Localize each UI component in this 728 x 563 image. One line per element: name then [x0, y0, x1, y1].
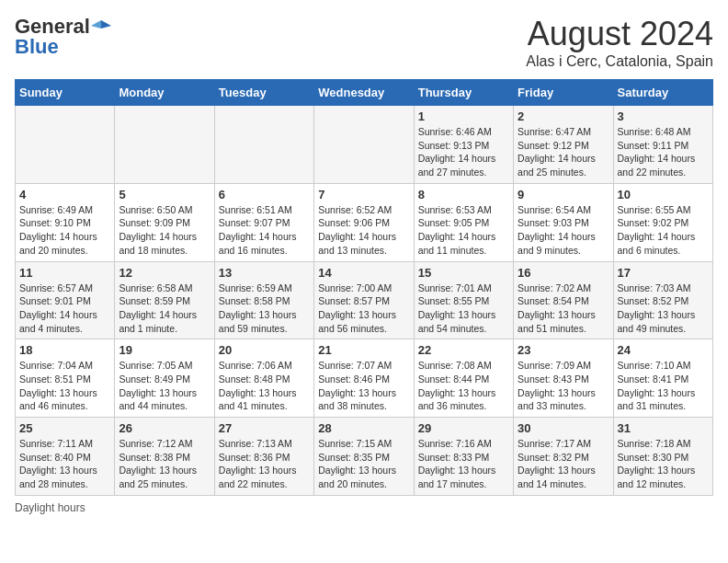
- day-number: 5: [119, 188, 210, 201]
- day-number: 25: [19, 421, 110, 435]
- day-info: Sunrise: 6:52 AM Sunset: 9:06 PM Dayligh…: [318, 203, 409, 258]
- calendar-cell: 13Sunrise: 6:59 AM Sunset: 8:58 PM Dayli…: [214, 261, 313, 339]
- day-number: 18: [19, 343, 110, 357]
- day-info: Sunrise: 7:03 AM Sunset: 8:52 PM Dayligh…: [618, 282, 709, 336]
- calendar-cell: 11Sunrise: 6:57 AM Sunset: 9:01 PM Dayli…: [16, 261, 115, 339]
- location-title: Alas i Cerc, Catalonia, Spain: [526, 53, 713, 70]
- footer-note: Daylight hours: [15, 501, 713, 514]
- calendar-cell: [16, 106, 115, 184]
- day-info: Sunrise: 6:49 AM Sunset: 9:10 PM Dayligh…: [19, 203, 110, 258]
- day-info: Sunrise: 7:08 AM Sunset: 8:44 PM Dayligh…: [418, 359, 509, 413]
- day-number: 13: [219, 266, 310, 280]
- logo: General Blue: [15, 15, 111, 59]
- day-number: 1: [418, 109, 509, 123]
- svg-marker-1: [91, 20, 101, 29]
- calendar-cell: 29Sunrise: 7:16 AM Sunset: 8:33 PM Dayli…: [414, 418, 513, 496]
- day-number: 28: [318, 421, 409, 435]
- day-info: Sunrise: 7:01 AM Sunset: 8:55 PM Dayligh…: [418, 282, 509, 336]
- header: General Blue August 2024 Alas i Cerc, Ca…: [15, 15, 713, 70]
- day-number: 29: [418, 421, 509, 435]
- day-info: Sunrise: 6:47 AM Sunset: 9:12 PM Dayligh…: [518, 125, 609, 179]
- day-number: 2: [518, 109, 609, 123]
- day-info: Sunrise: 6:55 AM Sunset: 9:02 PM Dayligh…: [618, 203, 709, 258]
- calendar-week-row: 18Sunrise: 7:04 AM Sunset: 8:51 PM Dayli…: [16, 339, 713, 418]
- calendar-week-row: 11Sunrise: 6:57 AM Sunset: 9:01 PM Dayli…: [16, 261, 713, 339]
- day-header-sunday: Sunday: [16, 80, 115, 106]
- day-number: 23: [518, 343, 609, 357]
- calendar-cell: 16Sunrise: 7:02 AM Sunset: 8:54 PM Dayli…: [514, 261, 613, 339]
- calendar-cell: 30Sunrise: 7:17 AM Sunset: 8:32 PM Dayli…: [514, 418, 613, 496]
- day-header-saturday: Saturday: [613, 80, 712, 106]
- day-number: 4: [19, 188, 110, 201]
- calendar-cell: 7Sunrise: 6:52 AM Sunset: 9:06 PM Daylig…: [314, 183, 414, 261]
- day-info: Sunrise: 7:13 AM Sunset: 8:36 PM Dayligh…: [219, 437, 310, 491]
- day-header-monday: Monday: [115, 80, 214, 106]
- calendar-cell: 1Sunrise: 6:46 AM Sunset: 9:13 PM Daylig…: [414, 106, 513, 184]
- day-number: 20: [219, 343, 310, 357]
- calendar-cell: 23Sunrise: 7:09 AM Sunset: 8:43 PM Dayli…: [514, 339, 613, 418]
- day-header-tuesday: Tuesday: [214, 80, 313, 106]
- svg-marker-0: [101, 20, 111, 29]
- day-info: Sunrise: 7:11 AM Sunset: 8:40 PM Dayligh…: [19, 437, 110, 491]
- day-number: 8: [418, 188, 509, 201]
- calendar-cell: 6Sunrise: 6:51 AM Sunset: 9:07 PM Daylig…: [214, 183, 313, 261]
- calendar-cell: 22Sunrise: 7:08 AM Sunset: 8:44 PM Dayli…: [414, 339, 513, 418]
- calendar-cell: 28Sunrise: 7:15 AM Sunset: 8:35 PM Dayli…: [314, 418, 414, 496]
- day-info: Sunrise: 7:15 AM Sunset: 8:35 PM Dayligh…: [318, 437, 409, 491]
- day-info: Sunrise: 7:18 AM Sunset: 8:30 PM Dayligh…: [618, 437, 709, 491]
- day-number: 6: [219, 188, 310, 201]
- calendar-cell: [314, 106, 414, 184]
- calendar-cell: 25Sunrise: 7:11 AM Sunset: 8:40 PM Dayli…: [16, 418, 115, 496]
- day-number: 10: [618, 188, 709, 201]
- day-info: Sunrise: 7:10 AM Sunset: 8:41 PM Dayligh…: [618, 359, 709, 413]
- day-number: 3: [618, 109, 709, 123]
- day-number: 22: [418, 343, 509, 357]
- calendar-week-row: 1Sunrise: 6:46 AM Sunset: 9:13 PM Daylig…: [16, 106, 713, 184]
- day-header-thursday: Thursday: [414, 80, 513, 106]
- calendar-cell: 26Sunrise: 7:12 AM Sunset: 8:38 PM Dayli…: [115, 418, 214, 496]
- calendar-cell: 14Sunrise: 7:00 AM Sunset: 8:57 PM Dayli…: [314, 261, 414, 339]
- day-number: 26: [119, 421, 210, 435]
- calendar-cell: 31Sunrise: 7:18 AM Sunset: 8:30 PM Dayli…: [613, 418, 712, 496]
- daylight-label: Daylight hours: [15, 501, 85, 514]
- calendar-week-row: 4Sunrise: 6:49 AM Sunset: 9:10 PM Daylig…: [16, 183, 713, 261]
- calendar-cell: 24Sunrise: 7:10 AM Sunset: 8:41 PM Dayli…: [613, 339, 712, 418]
- calendar-cell: 5Sunrise: 6:50 AM Sunset: 9:09 PM Daylig…: [115, 183, 214, 261]
- day-info: Sunrise: 7:06 AM Sunset: 8:48 PM Dayligh…: [219, 359, 310, 413]
- day-info: Sunrise: 7:09 AM Sunset: 8:43 PM Dayligh…: [518, 359, 609, 413]
- calendar-table: SundayMondayTuesdayWednesdayThursdayFrid…: [15, 79, 713, 496]
- calendar-cell: 17Sunrise: 7:03 AM Sunset: 8:52 PM Dayli…: [613, 261, 712, 339]
- calendar-cell: 8Sunrise: 6:53 AM Sunset: 9:05 PM Daylig…: [414, 183, 513, 261]
- day-info: Sunrise: 6:53 AM Sunset: 9:05 PM Dayligh…: [418, 203, 509, 258]
- day-info: Sunrise: 7:17 AM Sunset: 8:32 PM Dayligh…: [518, 437, 609, 491]
- day-info: Sunrise: 6:54 AM Sunset: 9:03 PM Dayligh…: [518, 203, 609, 258]
- logo-blue-text: Blue: [15, 35, 59, 59]
- day-number: 30: [518, 421, 609, 435]
- day-info: Sunrise: 7:00 AM Sunset: 8:57 PM Dayligh…: [318, 282, 409, 336]
- day-info: Sunrise: 7:05 AM Sunset: 8:49 PM Dayligh…: [119, 359, 210, 413]
- day-info: Sunrise: 6:57 AM Sunset: 9:01 PM Dayligh…: [19, 282, 110, 336]
- day-number: 24: [618, 343, 709, 357]
- calendar-cell: 15Sunrise: 7:01 AM Sunset: 8:55 PM Dayli…: [414, 261, 513, 339]
- calendar-cell: 18Sunrise: 7:04 AM Sunset: 8:51 PM Dayli…: [16, 339, 115, 418]
- calendar-cell: 2Sunrise: 6:47 AM Sunset: 9:12 PM Daylig…: [514, 106, 613, 184]
- day-number: 14: [318, 266, 409, 280]
- title-area: August 2024 Alas i Cerc, Catalonia, Spai…: [526, 15, 713, 70]
- calendar-cell: 21Sunrise: 7:07 AM Sunset: 8:46 PM Dayli…: [314, 339, 414, 418]
- day-number: 17: [618, 266, 709, 280]
- calendar-cell: 3Sunrise: 6:48 AM Sunset: 9:11 PM Daylig…: [613, 106, 712, 184]
- day-info: Sunrise: 7:02 AM Sunset: 8:54 PM Dayligh…: [518, 282, 609, 336]
- calendar-week-row: 25Sunrise: 7:11 AM Sunset: 8:40 PM Dayli…: [16, 418, 713, 496]
- day-number: 16: [518, 266, 609, 280]
- calendar-cell: 4Sunrise: 6:49 AM Sunset: 9:10 PM Daylig…: [16, 183, 115, 261]
- day-number: 9: [518, 188, 609, 201]
- day-info: Sunrise: 7:07 AM Sunset: 8:46 PM Dayligh…: [318, 359, 409, 413]
- calendar-cell: 9Sunrise: 6:54 AM Sunset: 9:03 PM Daylig…: [514, 183, 613, 261]
- calendar-cell: 20Sunrise: 7:06 AM Sunset: 8:48 PM Dayli…: [214, 339, 313, 418]
- day-number: 21: [318, 343, 409, 357]
- day-header-friday: Friday: [514, 80, 613, 106]
- day-info: Sunrise: 6:46 AM Sunset: 9:13 PM Dayligh…: [418, 125, 509, 179]
- day-info: Sunrise: 6:51 AM Sunset: 9:07 PM Dayligh…: [219, 203, 310, 258]
- day-info: Sunrise: 6:58 AM Sunset: 8:59 PM Dayligh…: [119, 282, 210, 336]
- day-number: 7: [318, 188, 409, 201]
